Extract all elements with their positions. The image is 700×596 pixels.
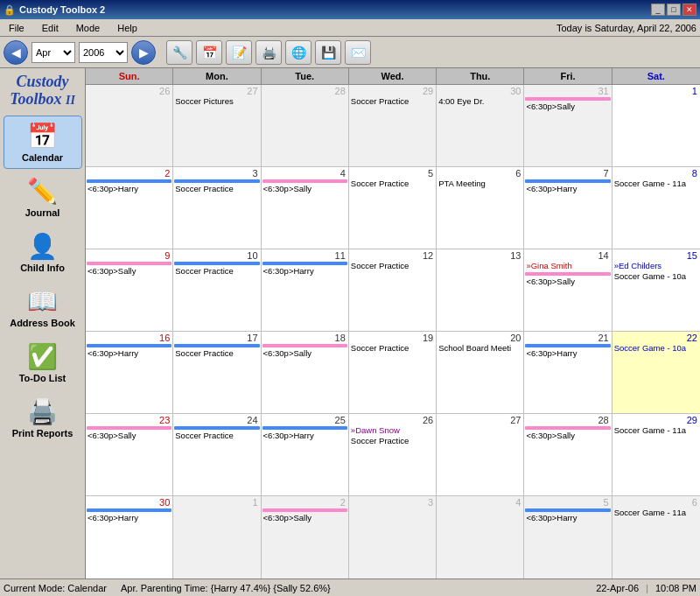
cal-cell-3-6[interactable]: 22Soccer Game - 10a bbox=[612, 332, 700, 413]
menu-file[interactable]: File bbox=[4, 21, 30, 35]
sidebar-item-address-book[interactable]: 📖 Address Book bbox=[4, 281, 82, 334]
event-text: <6:30p>Sally bbox=[525, 102, 610, 112]
cal-cell-0-4[interactable]: 304:00 Eye Dr. bbox=[437, 85, 524, 166]
sidebar-item-journal[interactable]: ✏️ Journal bbox=[4, 171, 82, 224]
cal-cell-2-0[interactable]: 9<6:30p>Sally bbox=[86, 249, 173, 331]
cal-cell-5-3[interactable]: 3 bbox=[349, 496, 437, 578]
minimize-button[interactable]: _ bbox=[651, 4, 665, 16]
day-number: 24 bbox=[174, 415, 259, 425]
event-bar bbox=[525, 272, 610, 276]
week-row-5: 30<6:30p>Harry12<6:30p>Sally345<6:30p>Ha… bbox=[86, 496, 700, 578]
cal-cell-5-4[interactable]: 4 bbox=[437, 496, 524, 578]
event-text: <6:30p>Sally bbox=[262, 348, 347, 359]
day-number: 7 bbox=[525, 168, 610, 179]
app-logo: CustodyToolbox II bbox=[10, 74, 75, 109]
cal-cell-1-0[interactable]: 2<6:30p>Harry bbox=[86, 167, 173, 249]
cal-cell-1-3[interactable]: 5Soccer Practice bbox=[349, 167, 437, 249]
menu-help[interactable]: Help bbox=[112, 21, 143, 35]
event-bar bbox=[87, 344, 172, 347]
cal-cell-5-5[interactable]: 5<6:30p>Harry bbox=[524, 496, 612, 578]
event-text: <6:30p>Harry bbox=[525, 184, 610, 194]
sidebar-label-address-book: Address Book bbox=[10, 318, 75, 328]
cal-cell-2-4[interactable]: 13 bbox=[437, 249, 524, 331]
cal-cell-1-2[interactable]: 4<6:30p>Sally bbox=[262, 167, 349, 249]
event-text: Soccer Practice bbox=[174, 348, 259, 359]
main-area: CustodyToolbox II 📅 Calendar ✏️ Journal … bbox=[0, 68, 700, 578]
day-number: 13 bbox=[438, 250, 522, 261]
event-text: <6:30p>Sally bbox=[262, 184, 347, 194]
cal-cell-3-3[interactable]: 19Soccer Practice bbox=[349, 332, 437, 413]
calendar-button[interactable]: 📅 bbox=[196, 40, 222, 65]
cal-cell-4-5[interactable]: 28<6:30p>Sally bbox=[524, 414, 612, 495]
globe-button[interactable]: 🌐 bbox=[285, 40, 312, 65]
cal-cell-0-5[interactable]: 31<6:30p>Sally bbox=[524, 85, 612, 166]
status-mode: Current Mode: Calendar bbox=[4, 583, 107, 593]
cal-cell-2-2[interactable]: 11<6:30p>Harry bbox=[262, 249, 349, 331]
cal-cell-5-6[interactable]: 6Soccer Game - 11a bbox=[612, 496, 700, 578]
year-select[interactable]: 20042005200620072008 bbox=[79, 42, 128, 63]
cal-cell-5-1[interactable]: 1 bbox=[173, 496, 261, 578]
event-text: PTA Meeting bbox=[438, 179, 522, 189]
cal-cell-2-3[interactable]: 12Soccer Practice bbox=[349, 249, 437, 331]
event-bar bbox=[525, 426, 610, 430]
cal-cell-3-2[interactable]: 18<6:30p>Sally bbox=[262, 332, 349, 413]
cal-cell-1-5[interactable]: 7<6:30p>Harry bbox=[524, 167, 612, 249]
event-text: Soccer Game - 11a bbox=[613, 179, 699, 189]
cal-cell-0-6[interactable]: 1 bbox=[612, 85, 700, 166]
cal-cell-5-2[interactable]: 2<6:30p>Sally bbox=[262, 496, 349, 578]
sidebar-item-child-info[interactable]: 👤 Child Info bbox=[4, 226, 82, 279]
cal-cell-1-1[interactable]: 3Soccer Practice bbox=[173, 167, 261, 249]
calendar-grid: 2627Soccer Pictures2829Soccer Practice30… bbox=[86, 85, 700, 578]
maximize-button[interactable]: □ bbox=[667, 4, 681, 16]
day-number: 2 bbox=[262, 497, 347, 508]
print-button[interactable]: 🖨️ bbox=[256, 40, 282, 65]
cal-cell-3-5[interactable]: 21<6:30p>Harry bbox=[524, 332, 612, 413]
event-bar bbox=[174, 262, 259, 265]
next-button[interactable]: ▶ bbox=[131, 40, 156, 65]
month-select[interactable]: JanFebMarApr MayJunJulAug SepOctNovDec bbox=[32, 42, 75, 63]
day-number: 29 bbox=[350, 86, 435, 96]
cal-cell-4-2[interactable]: 25<6:30p>Harry bbox=[262, 414, 349, 495]
cal-cell-4-0[interactable]: 23<6:30p>Sally bbox=[86, 414, 173, 495]
day-number: 8 bbox=[613, 168, 699, 179]
cal-cell-1-4[interactable]: 6PTA Meeting bbox=[437, 167, 524, 249]
cal-cell-2-5[interactable]: 14»Gina Smith<6:30p>Sally bbox=[524, 249, 612, 331]
event-text: <6:30p>Sally bbox=[262, 513, 347, 523]
event-bar bbox=[262, 262, 347, 265]
cal-cell-0-3[interactable]: 29Soccer Practice bbox=[349, 85, 437, 166]
save-button[interactable]: 💾 bbox=[315, 40, 341, 65]
cal-cell-4-4[interactable]: 27 bbox=[437, 414, 524, 495]
cal-cell-4-6[interactable]: 29Soccer Game - 11a bbox=[612, 414, 700, 495]
menu-edit[interactable]: Edit bbox=[37, 21, 64, 35]
cal-cell-4-3[interactable]: 26»Dawn SnowSoccer Practice bbox=[349, 414, 437, 495]
cal-cell-3-4[interactable]: 20School Board Meeti bbox=[437, 332, 524, 413]
toolbar: ◀ JanFebMarApr MayJunJulAug SepOctNovDec… bbox=[0, 37, 700, 68]
prev-button[interactable]: ◀ bbox=[4, 40, 28, 65]
cal-cell-3-1[interactable]: 17Soccer Practice bbox=[173, 332, 261, 413]
sidebar-item-calendar[interactable]: 📅 Calendar bbox=[4, 116, 82, 169]
cal-cell-0-0[interactable]: 26 bbox=[86, 85, 173, 166]
cal-cell-2-1[interactable]: 10Soccer Practice bbox=[173, 249, 261, 331]
day-number: 27 bbox=[174, 86, 259, 96]
print-reports-icon: 🖨️ bbox=[27, 397, 58, 426]
day-number: 6 bbox=[438, 168, 522, 179]
header-sat: Sat. bbox=[612, 68, 700, 84]
cal-cell-3-0[interactable]: 16<6:30p>Harry bbox=[86, 332, 173, 413]
day-number: 19 bbox=[350, 333, 435, 343]
cal-cell-2-6[interactable]: 15»Ed ChildersSoccer Game - 10a bbox=[612, 249, 700, 331]
menu-mode[interactable]: Mode bbox=[71, 21, 106, 35]
wand-button[interactable]: 🔧 bbox=[166, 40, 192, 65]
cal-cell-0-2[interactable]: 28 bbox=[262, 85, 349, 166]
sidebar-item-print-reports[interactable]: 🖨️ Print Reports bbox=[4, 391, 82, 445]
day-number: 15 bbox=[613, 250, 699, 261]
cal-cell-0-1[interactable]: 27Soccer Pictures bbox=[173, 85, 261, 166]
sidebar-item-todo-list[interactable]: ✅ To-Do List bbox=[4, 336, 82, 389]
cal-cell-1-6[interactable]: 8Soccer Game - 11a bbox=[612, 167, 700, 249]
close-button[interactable]: ✕ bbox=[682, 4, 696, 16]
cal-cell-4-1[interactable]: 24Soccer Practice bbox=[173, 414, 261, 495]
status-parenting: Apr. Parenting Time: {Harry 47.4%} {Sall… bbox=[121, 583, 331, 593]
edit-button[interactable]: 📝 bbox=[226, 40, 252, 65]
mail-button[interactable]: ✉️ bbox=[345, 40, 371, 65]
event-text: Soccer Game - 11a bbox=[613, 425, 699, 436]
cal-cell-5-0[interactable]: 30<6:30p>Harry bbox=[86, 496, 173, 578]
